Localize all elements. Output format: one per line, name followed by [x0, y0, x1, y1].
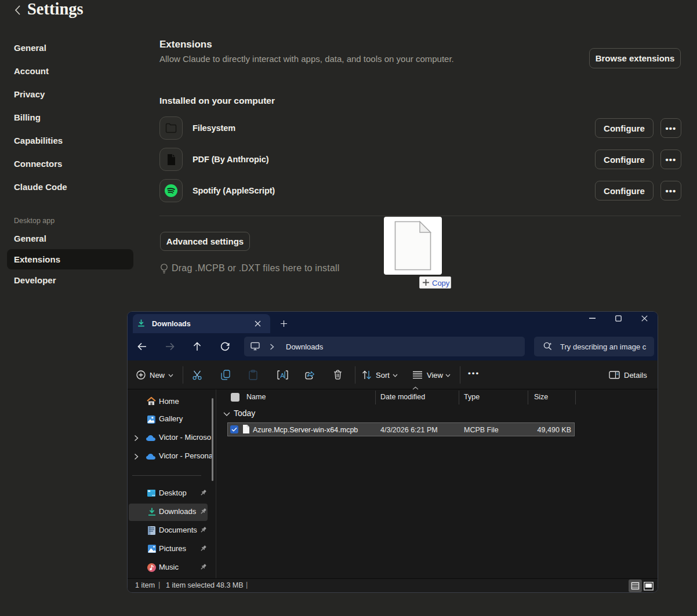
svg-text:A: A: [280, 372, 285, 379]
